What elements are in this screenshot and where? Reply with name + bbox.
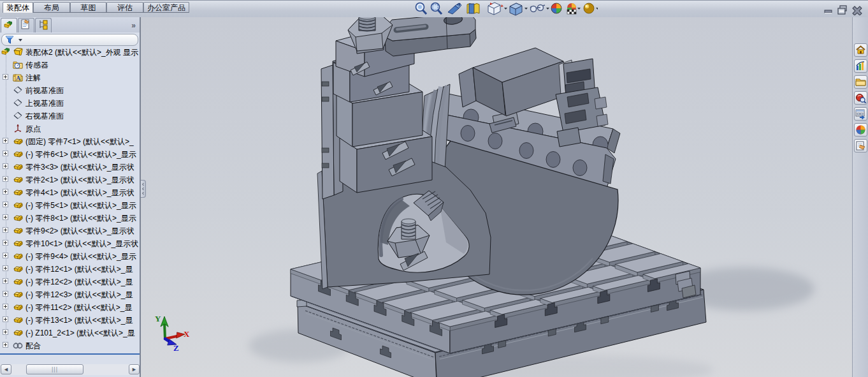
svg-text:X: X — [184, 329, 190, 339]
svg-text:Z: Z — [173, 343, 179, 353]
svg-text:Y: Y — [155, 314, 161, 323]
